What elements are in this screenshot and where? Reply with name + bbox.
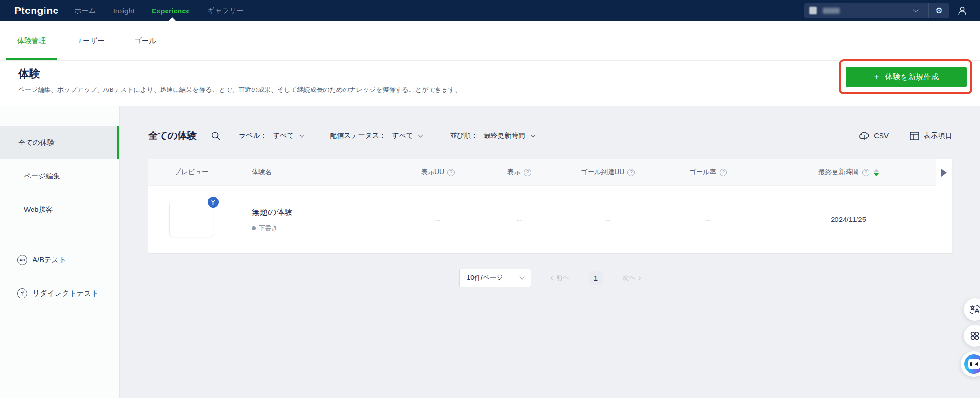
scroll-columns-right-button[interactable] — [936, 159, 952, 253]
translate-button[interactable] — [964, 298, 980, 321]
chevron-down-icon — [418, 133, 423, 137]
help-icon[interactable]: ? — [720, 169, 727, 176]
nav-item-gallery[interactable]: ギャラリー — [207, 6, 244, 15]
ab-test-icon: A/B — [17, 255, 27, 265]
filter-label: 配信ステータス： — [330, 131, 386, 140]
search-icon[interactable] — [211, 131, 221, 141]
col-header-name: 体験名 — [234, 159, 397, 185]
sidebar-item-label: A/Bテスト — [33, 255, 66, 265]
filter-value: 最終更新時間 — [484, 131, 525, 140]
experience-thumbnail[interactable] — [169, 202, 213, 237]
table-header-row: プレビュー 体験名 表示UU ? 表示 ? ゴール到達UU ? ゴール率 ? — [148, 159, 936, 185]
prev-page-button[interactable]: ‹ 前へ — [550, 274, 569, 282]
redirect-test-icon — [17, 288, 27, 298]
sort-desc-icon — [874, 173, 879, 176]
sidebar-item-all-experiences[interactable]: 全ての体験 — [0, 126, 119, 159]
chevron-down-icon — [299, 133, 304, 137]
sort-order-dropdown[interactable]: 並び順： 最終更新時間 — [450, 131, 534, 140]
tab-users[interactable]: ユーザー — [64, 21, 116, 60]
robot-icon — [964, 354, 980, 374]
status-dot-icon — [252, 226, 256, 230]
sidebar-item-page-edit[interactable]: ページ編集 — [0, 159, 119, 193]
chevron-down-icon — [913, 7, 918, 12]
help-icon[interactable]: ? — [862, 169, 869, 176]
chevron-left-icon: ‹ — [550, 274, 553, 282]
chevron-down-icon — [530, 133, 535, 137]
col-header-label: 最終更新時間 — [819, 168, 859, 177]
table-row[interactable]: 無題の体験 下書き -- -- -- -- 2024/11/25 — [148, 185, 936, 253]
chevron-right-icon: › — [638, 274, 641, 282]
csv-label: CSV — [874, 132, 889, 140]
sidebar-divider — [7, 238, 112, 238]
status-label: 下書き — [259, 224, 278, 232]
apps-clover-icon — [969, 330, 980, 342]
page-size-select[interactable]: 10件/ページ — [459, 269, 531, 287]
project-selector[interactable]: ⚙ — [804, 3, 949, 18]
help-icon[interactable]: ? — [627, 169, 635, 176]
pagination: 10件/ページ ‹ 前へ 1 次へ › — [148, 269, 952, 287]
filter-label: 並び順： — [450, 131, 478, 140]
ptengine-logo[interactable]: Ptengine — [14, 5, 59, 16]
columns-label: 表示項目 — [924, 131, 952, 140]
csv-export-button[interactable]: CSV — [859, 131, 889, 141]
toolbar-right: CSV 表示項目 — [859, 131, 952, 141]
nav-item-insight[interactable]: Insight — [113, 7, 134, 15]
active-nav-notch — [168, 17, 176, 21]
plus-icon: + — [874, 72, 880, 82]
experience-name-cell[interactable]: 無題の体験 下書き — [234, 186, 397, 253]
col-header-label: 表示 — [507, 168, 521, 177]
col-header-updated: 最終更新時間 ? — [761, 159, 936, 185]
sidebar-item-redirect-test[interactable]: リダイレクトテスト — [0, 276, 119, 310]
preview-cell[interactable] — [148, 186, 234, 253]
list-toolbar: 全ての体験 ラベル： すべて 配信ステータス： すべて 並び順： 最終更新時間 — [148, 129, 952, 142]
sidebar-item-web-engagement[interactable]: Web接客 — [0, 193, 119, 226]
updated-cell: 2024/11/25 — [761, 186, 936, 253]
filter-label: ラベル： — [239, 131, 267, 140]
display-columns-button[interactable]: 表示項目 — [910, 131, 952, 140]
uu-cell: -- — [397, 186, 479, 253]
prev-label: 前へ — [556, 274, 569, 282]
create-experience-button[interactable]: + 体験を新規作成 — [846, 67, 967, 87]
filter-label-dropdown[interactable]: ラベル： すべて — [239, 131, 303, 140]
status-badge: 下書き — [252, 224, 278, 232]
sort-toggle-icon[interactable] — [874, 169, 879, 176]
next-label: 次へ — [622, 274, 635, 282]
col-header-views: 表示 ? — [479, 159, 560, 185]
apps-button[interactable] — [964, 325, 980, 347]
floating-buttons — [954, 298, 980, 377]
filter-value: すべて — [392, 131, 413, 140]
top-nav-menu: ホーム Insight Experience ギャラリー — [74, 0, 244, 21]
tab-goals[interactable]: ゴール — [123, 21, 168, 60]
experience-name[interactable]: 無題の体験 — [252, 207, 292, 218]
sidebar-item-label: 全ての体験 — [18, 138, 55, 147]
redirect-type-badge-icon — [207, 196, 220, 209]
sort-asc-icon — [874, 169, 879, 172]
navbar-right: ⚙ — [804, 3, 968, 18]
page-size-value: 10件/ページ — [467, 274, 503, 282]
page-title: 体験 — [18, 66, 980, 81]
filter-value: すべて — [273, 131, 294, 140]
views-cell: -- — [479, 186, 560, 253]
col-header-goal-uu: ゴール到達UU ? — [560, 159, 656, 185]
page-header: 体験 ページ編集、ポップアップ、A/Bテストにより、迅速に結果を得ることで、直近… — [0, 61, 980, 106]
help-icon[interactable]: ? — [447, 169, 455, 176]
user-avatar-icon[interactable] — [957, 5, 968, 16]
sidebar: 全ての体験 ページ編集 Web接客 A/B A/Bテスト リダイレクトテスト — [0, 106, 120, 398]
help-icon[interactable]: ? — [524, 169, 531, 176]
settings-gear-button[interactable]: ⚙ — [928, 3, 949, 18]
assistant-chat-button[interactable] — [961, 351, 980, 377]
arrow-right-icon — [941, 169, 947, 177]
sidebar-item-label: Web接客 — [24, 205, 53, 214]
nav-item-experience[interactable]: Experience — [152, 7, 190, 15]
next-page-button[interactable]: 次へ › — [622, 274, 641, 282]
nav-item-home[interactable]: ホーム — [74, 6, 96, 15]
tab-experience-management[interactable]: 体験管理 — [6, 21, 57, 60]
page-number-current[interactable]: 1 — [589, 271, 603, 285]
goal-uu-cell: -- — [560, 186, 656, 253]
list-title: 全ての体験 — [148, 129, 197, 142]
filter-status-dropdown[interactable]: 配信ステータス： すべて — [330, 131, 423, 140]
project-selector-value[interactable] — [804, 7, 928, 14]
sidebar-item-ab-test[interactable]: A/B A/Bテスト — [0, 243, 119, 276]
cloud-download-icon — [859, 131, 869, 141]
top-navbar: Ptengine ホーム Insight Experience ギャラリー ⚙ — [0, 0, 980, 21]
